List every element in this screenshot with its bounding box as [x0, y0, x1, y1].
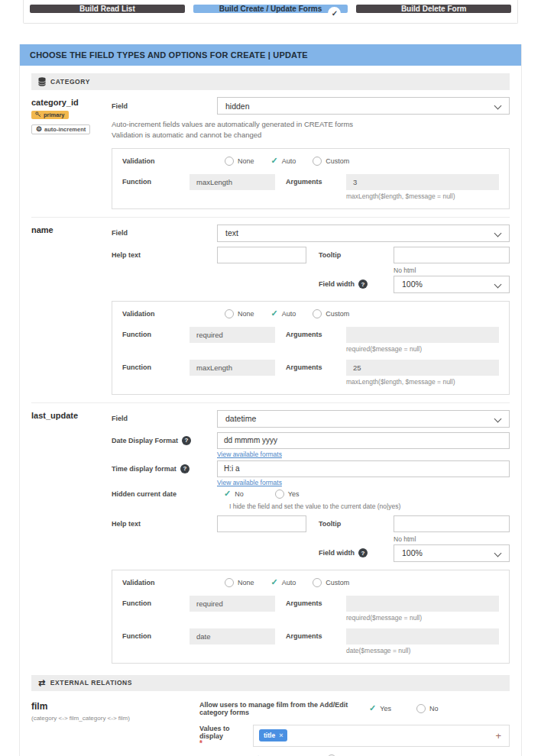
arguments-label: Arguments	[275, 331, 346, 338]
function-input[interactable]	[190, 360, 275, 376]
function-signature-hint: required($message = null)	[346, 614, 499, 622]
radio-icon	[313, 157, 322, 166]
validation-auto-radio[interactable]: ✓Auto	[271, 309, 296, 318]
chip-remove-icon[interactable]: ×	[279, 732, 283, 739]
view-date-formats-link[interactable]: View available formats	[217, 451, 510, 458]
field-width-select[interactable]: 100%	[394, 276, 510, 293]
field-width-select[interactable]: 100%	[394, 544, 510, 562]
validation-custom-radio[interactable]: Custom	[313, 157, 349, 166]
check-icon: ✓	[224, 489, 231, 498]
validation-custom-radio[interactable]: Custom	[313, 578, 349, 587]
section-category: CATEGORY	[31, 73, 510, 90]
relation-name: film	[31, 701, 199, 712]
check-icon: ✓	[271, 578, 278, 586]
function-signature-hint: maxLength($length, $message = null)	[346, 192, 499, 200]
date-format-input[interactable]	[217, 432, 510, 449]
field-block-last-update: last_update Field datetime Date Display …	[31, 402, 510, 671]
check-icon: ✓	[271, 157, 278, 165]
date-format-label: Date Display Format?	[112, 436, 217, 445]
view-time-formats-link[interactable]: View available formats	[217, 479, 510, 486]
radio-icon	[416, 704, 426, 713]
field-name: last_update	[31, 411, 112, 420]
arguments-input[interactable]	[346, 596, 499, 612]
help-icon[interactable]: ?	[182, 436, 191, 445]
field-label: Field	[112, 229, 217, 237]
manage-yes-radio[interactable]: ✓Yes	[369, 704, 416, 712]
function-label: Function	[122, 632, 190, 640]
value-chip-title[interactable]: title×	[259, 729, 287, 741]
form-builder-card: CHOOSE THE FIELD TYPES AND OPTIONS FOR C…	[19, 44, 522, 756]
auto-increment-note: Auto-increment fields values are automat…	[112, 119, 510, 141]
function-input[interactable]	[190, 628, 275, 645]
radio-icon	[313, 309, 322, 318]
no-html-note: No html	[394, 265, 510, 274]
field-type-select[interactable]: datetime	[217, 410, 510, 428]
time-format-label: Time display format?	[112, 464, 217, 473]
help-text-input[interactable]	[217, 515, 306, 532]
validation-none-radio[interactable]: None	[225, 309, 254, 318]
tooltip-input[interactable]	[394, 247, 510, 263]
validation-none-radio[interactable]: None	[225, 157, 254, 166]
page-title: CHOOSE THE FIELD TYPES AND OPTIONS FOR C…	[20, 44, 521, 66]
help-text-input[interactable]	[217, 247, 306, 263]
step-label: Build Delete Form	[401, 5, 467, 13]
function-label: Function	[122, 363, 190, 371]
step-build-read-list[interactable]: Build Read List	[30, 5, 185, 13]
values-to-display-box[interactable]: title× +	[253, 725, 510, 747]
function-label: Function	[122, 331, 190, 338]
section-title: EXTERNAL RELATIONS	[50, 679, 132, 687]
tooltip-label: Tooltip	[306, 520, 394, 528]
step-build-create-update[interactable]: ✓ Build Create / Update Forms	[193, 5, 348, 13]
arguments-input[interactable]	[346, 327, 499, 343]
field-type-select[interactable]: hidden	[217, 97, 510, 115]
arguments-input[interactable]	[346, 628, 499, 645]
arguments-input[interactable]	[346, 360, 499, 376]
function-input[interactable]	[190, 596, 275, 612]
help-icon[interactable]: ?	[358, 548, 368, 557]
manage-relation-label: Allow users to manage film from the Add/…	[199, 701, 369, 716]
step-build-delete-form[interactable]: Build Delete Form	[356, 5, 511, 13]
validation-label: Validation	[122, 310, 225, 318]
field-width-label: Field width?	[306, 548, 394, 557]
function-label: Function	[122, 599, 190, 607]
hidden-date-yes-radio[interactable]: Yes	[275, 489, 300, 499]
help-icon[interactable]: ?	[358, 279, 368, 289]
validation-custom-radio[interactable]: Custom	[313, 309, 349, 318]
validation-auto-radio[interactable]: ✓Auto	[271, 578, 296, 586]
function-input[interactable]	[190, 174, 275, 190]
field-type-select[interactable]: text	[217, 225, 510, 242]
validation-label: Validation	[122, 579, 225, 586]
help-text-label: Help text	[112, 251, 217, 259]
validation-auto-radio[interactable]: ✓Auto	[271, 157, 296, 165]
validation-box: Validation None ✓Auto Custom Function Ar…	[112, 148, 510, 209]
hidden-current-date-label: Hidden current date	[112, 490, 217, 498]
auto-increment-badge: ⚙ auto-increment	[31, 124, 90, 134]
validation-label: Validation	[122, 157, 225, 165]
hidden-date-note: I hide the field and set the value to th…	[217, 502, 510, 510]
hidden-date-no-radio[interactable]: ✓No	[224, 489, 244, 499]
function-signature-hint: maxLength($length, $message = null)	[346, 378, 499, 386]
section-title: CATEGORY	[50, 78, 90, 86]
validation-box: Validation None ✓Auto Custom Function Ar…	[112, 570, 510, 664]
field-label: Field	[112, 415, 217, 422]
add-value-icon[interactable]: +	[495, 730, 501, 741]
time-format-input[interactable]	[217, 460, 510, 477]
gear-icon: ⚙	[36, 126, 42, 133]
help-icon[interactable]: ?	[180, 464, 190, 473]
field-width-label: Field width?	[306, 279, 394, 289]
primary-key-badge: primary	[31, 111, 69, 119]
no-html-note: No html	[394, 534, 510, 543]
function-input[interactable]	[190, 327, 275, 343]
arguments-label: Arguments	[275, 599, 346, 607]
tooltip-input[interactable]	[394, 515, 510, 532]
field-name: category_id	[31, 98, 112, 107]
validation-none-radio[interactable]: None	[225, 578, 254, 587]
field-name: name	[31, 225, 112, 234]
manage-no-radio[interactable]: No	[416, 704, 510, 713]
values-to-display-label: Values to display *	[199, 725, 253, 746]
field-label: Field	[112, 102, 217, 110]
radio-icon	[225, 309, 234, 318]
radio-icon	[225, 157, 234, 166]
arguments-input[interactable]	[346, 174, 499, 190]
step-label: Build Read List	[79, 5, 135, 13]
